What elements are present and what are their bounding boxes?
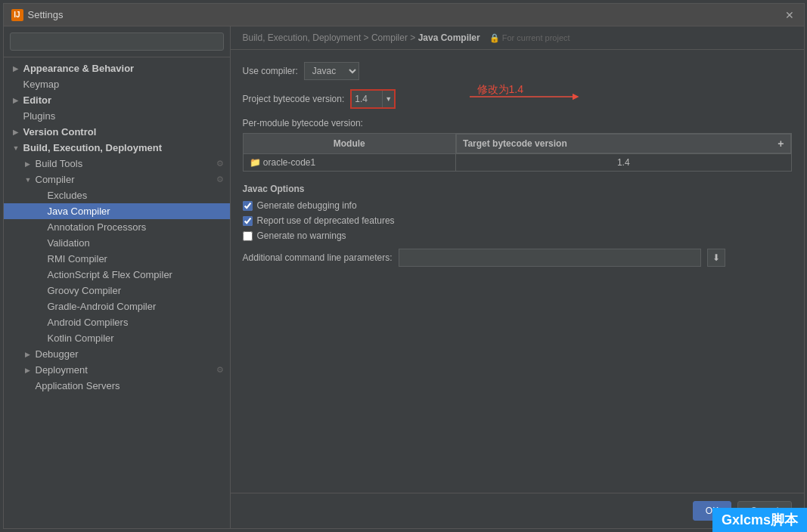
sidebar-label: Plugins <box>23 110 56 122</box>
compiler-select[interactable]: Javac Eclipse <box>304 62 359 80</box>
arrow-icon: ▶ <box>25 160 33 168</box>
target-version-value: 1.4 <box>617 157 630 168</box>
title-bar-left: IJ Settings <box>11 9 64 21</box>
arrow-icon: ▼ <box>25 176 33 184</box>
arrow-icon: ▶ <box>25 367 33 374</box>
sidebar-item-annotation-processors[interactable]: Annotation Processors <box>4 219 230 235</box>
sidebar-item-kotlin-compiler[interactable]: Kotlin Compiler <box>4 330 230 346</box>
sidebar-label: Annotation Processors <box>48 221 147 233</box>
sidebar-item-gradle-android[interactable]: Gradle-Android Compiler <box>4 298 230 314</box>
warnings-checkbox[interactable] <box>243 231 253 241</box>
close-button[interactable]: ✕ <box>783 8 796 22</box>
cmd-expand-button[interactable]: ⬇ <box>707 249 725 267</box>
arrow-icon: ▶ <box>13 65 20 73</box>
sidebar-label: RMI Compiler <box>48 253 107 264</box>
checkbox-row-warnings: Generate no warnings <box>243 230 792 241</box>
sidebar-label: Groovy Compiler <box>48 285 122 296</box>
sidebar-label: Appearance & Behavior <box>23 63 135 74</box>
col-module: Module <box>243 134 455 154</box>
sidebar-label: Excludes <box>48 190 88 201</box>
module-table-section: Module Target bytecode version + 📁 <box>243 133 792 172</box>
breadcrumb-prefix: Build, Execution, Deployment > Compiler … <box>243 32 418 43</box>
module-name: oracle-code1 <box>263 157 315 168</box>
settings-icon: ⚙ <box>216 159 224 169</box>
sidebar-item-excludes[interactable]: Excludes <box>4 187 230 203</box>
col-target: Target bytecode version + <box>456 134 791 153</box>
per-module-label: Per-module bytecode version: <box>243 118 792 128</box>
sidebar-item-plugins[interactable]: Plugins <box>4 108 230 124</box>
sidebar-item-compiler[interactable]: ▼ Compiler ⚙ <box>4 172 230 187</box>
arrow-icon: ▼ <box>13 144 20 152</box>
sidebar-item-build-tools[interactable]: ▶ Build Tools ⚙ <box>4 156 230 172</box>
sidebar-label: Build Tools <box>36 158 83 169</box>
sidebar-item-rmi-compiler[interactable]: RMI Compiler <box>4 251 230 267</box>
breadcrumb-current: Java Compiler <box>418 32 480 43</box>
dialog-title: Settings <box>28 9 64 20</box>
sidebar-label: Application Servers <box>36 380 120 391</box>
sidebar-item-editor[interactable]: ▶ Editor <box>4 92 230 108</box>
breadcrumb-project-flag: 🔒 For current project <box>489 33 570 43</box>
settings-dialog: IJ Settings ✕ ▶ Appearance & Behavior Ke… <box>3 3 805 529</box>
sidebar-item-debugger[interactable]: ▶ Debugger <box>4 346 230 362</box>
main-area: ▶ Appearance & Behavior Keymap ▶ Editor … <box>4 26 804 528</box>
content-area: Build, Execution, Deployment > Compiler … <box>231 26 804 528</box>
spin-down-button[interactable]: ▼ <box>382 91 394 107</box>
sidebar: ▶ Appearance & Behavior Keymap ▶ Editor … <box>4 26 231 528</box>
app-icon: IJ <box>11 9 23 21</box>
module-table: Module Target bytecode version + 📁 <box>243 133 792 172</box>
module-cell: 📁 oracle-code1 <box>243 154 455 172</box>
sidebar-item-app-servers[interactable]: Application Servers <box>4 378 230 394</box>
sidebar-item-build-exec[interactable]: ▼ Build, Execution, Deployment <box>4 140 230 156</box>
cmd-input[interactable] <box>399 249 701 267</box>
col-target-label: Target bytecode version <box>463 138 567 149</box>
settings-tree: ▶ Appearance & Behavior Keymap ▶ Editor … <box>4 57 230 528</box>
content-body: Use compiler: Javac Eclipse Project byte… <box>231 50 804 493</box>
cmd-row: Additional command line parameters: ⬇ <box>243 249 792 267</box>
bytecode-version-input[interactable] <box>352 91 382 107</box>
folder-icon: 📁 <box>250 157 261 168</box>
javac-options-title: Javac Options <box>243 184 792 194</box>
sidebar-item-actionscript[interactable]: ActionScript & Flex Compiler <box>4 267 230 283</box>
sidebar-label: ActionScript & Flex Compiler <box>48 269 172 280</box>
add-row-button[interactable]: + <box>778 138 784 150</box>
sidebar-label: Java Compiler <box>48 206 110 217</box>
sidebar-item-appearance[interactable]: ▶ Appearance & Behavior <box>4 60 230 76</box>
sidebar-item-validation[interactable]: Validation <box>4 235 230 251</box>
sidebar-label: Kotlin Compiler <box>48 332 114 344</box>
footer: OK Cancel Gxlcms脚本 <box>231 493 804 528</box>
sidebar-label: Keymap <box>23 79 60 90</box>
bytecode-version-input-wrapper: ▼ <box>350 89 396 109</box>
sidebar-item-android-compilers[interactable]: Android Compilers <box>4 314 230 330</box>
sidebar-item-deployment[interactable]: ▶ Deployment ⚙ <box>4 362 230 378</box>
cmd-label: Additional command line parameters: <box>243 252 393 263</box>
deprecated-label: Report use of deprecated features <box>257 215 395 226</box>
sidebar-label: Debugger <box>36 348 79 360</box>
javac-options-section: Javac Options Generate debugging info Re… <box>243 184 792 267</box>
debug-checkbox[interactable] <box>243 201 253 211</box>
bytecode-version-label: Project bytecode version: <box>243 94 345 104</box>
settings-icon: ⚙ <box>216 175 224 184</box>
title-bar: IJ Settings ✕ <box>4 4 804 26</box>
sidebar-label: Version Control <box>23 126 97 138</box>
checkbox-row-debug: Generate debugging info <box>243 200 792 211</box>
sidebar-item-version-control[interactable]: ▶ Version Control <box>4 124 230 140</box>
use-compiler-row: Use compiler: Javac Eclipse <box>243 62 792 80</box>
arrow-icon: ▶ <box>13 128 20 136</box>
sidebar-item-groovy-compiler[interactable]: Groovy Compiler <box>4 283 230 298</box>
sidebar-label: Validation <box>48 237 90 249</box>
settings-icon: ⚙ <box>216 365 224 375</box>
arrow-icon: ▶ <box>13 97 20 104</box>
sidebar-label: Gradle-Android Compiler <box>48 301 157 312</box>
sidebar-label: Build, Execution, Deployment <box>23 142 162 153</box>
sidebar-label: Compiler <box>36 174 75 185</box>
sidebar-item-java-compiler[interactable]: Java Compiler <box>4 203 230 219</box>
sidebar-item-keymap[interactable]: Keymap <box>4 76 230 92</box>
sidebar-label: Deployment <box>36 364 88 376</box>
sidebar-label: Editor <box>23 94 52 106</box>
deprecated-checkbox[interactable] <box>243 216 253 226</box>
watermark: Gxlcms脚本 <box>712 508 804 528</box>
breadcrumb-path: Build, Execution, Deployment > Compiler … <box>243 32 480 43</box>
arrow-icon: ▶ <box>25 351 33 358</box>
search-input[interactable] <box>10 32 224 51</box>
sidebar-label: Android Compilers <box>48 317 129 328</box>
